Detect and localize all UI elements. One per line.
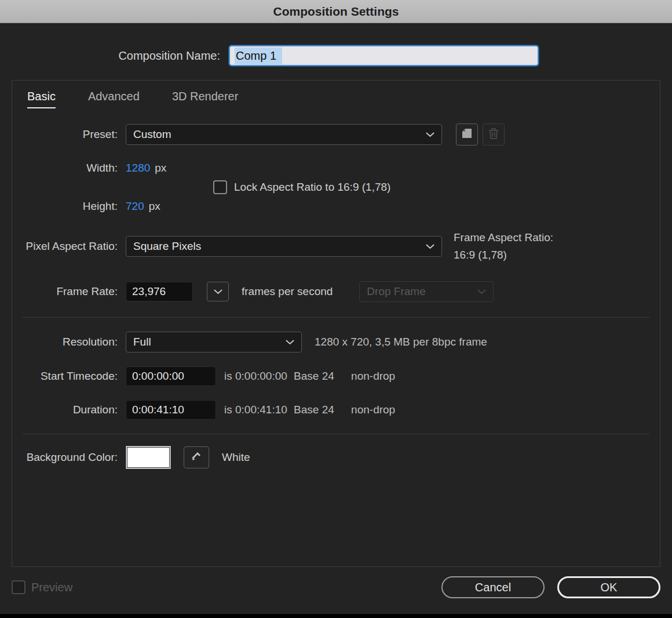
resolution-dropdown[interactable]: Full	[126, 332, 302, 352]
window-bottom-edge	[0, 614, 672, 618]
width-unit: px	[155, 162, 166, 175]
preset-dropdown[interactable]: Custom	[126, 124, 442, 145]
height-value[interactable]: 720	[126, 200, 144, 213]
resolution-info: 1280 x 720, 3,5 MB per 8bpc frame	[315, 336, 487, 348]
start-timecode-value: 0:00:00:00	[132, 370, 184, 383]
resolution-label: Resolution:	[12, 336, 126, 348]
pixel-aspect-dropdown[interactable]: Square Pixels	[126, 236, 442, 257]
frame-rate-row: Frame Rate: 23,976 frames per second Dro…	[12, 281, 660, 302]
duration-row: Duration: 0:00:41:10 is 0:00:41:10 Base …	[12, 400, 660, 420]
tab-bar: Basic Advanced 3D Renderer	[12, 81, 660, 108]
trash-icon	[488, 128, 499, 142]
preview-toggle: Preview	[12, 580, 72, 594]
composition-name-row: Composition Name: Comp 1	[0, 45, 672, 66]
composition-name-label: Composition Name:	[0, 49, 229, 63]
start-timecode-info: is 0:00:00:00 Base 24 non-drop	[224, 370, 399, 383]
duration-drop: non-drop	[351, 403, 395, 416]
start-timecode-drop: non-drop	[351, 370, 395, 382]
tab-basic[interactable]: Basic	[27, 90, 56, 108]
chevron-down-icon	[477, 289, 486, 295]
composition-name-value: Comp 1	[235, 48, 282, 64]
chevron-down-icon	[426, 132, 434, 137]
preset-value: Custom	[133, 128, 171, 141]
preset-buttons	[456, 123, 505, 146]
duration-value: 0:00:41:10	[132, 403, 184, 416]
save-preset-icon	[461, 128, 473, 142]
dialog-footer: Preview Cancel OK	[0, 576, 672, 598]
duration-info: is 0:00:41:10 Base 24 non-drop	[224, 403, 399, 416]
preset-label: Preset:	[12, 128, 126, 141]
chevron-down-icon	[214, 289, 222, 295]
resolution-row: Resolution: Full 1280 x 720, 3,5 MB per …	[12, 332, 660, 352]
duration-base: Base 24	[294, 403, 334, 416]
eyedropper-icon	[191, 450, 202, 465]
chevron-down-icon	[426, 244, 434, 249]
background-color-row: Background Color: White	[12, 446, 660, 469]
cancel-button[interactable]: Cancel	[441, 576, 545, 598]
settings-panel: Basic Advanced 3D Renderer Preset: Custo…	[12, 80, 660, 567]
drop-frame-value: Drop Frame	[367, 285, 425, 298]
pixel-aspect-row: Pixel Aspect Ratio: Square Pixels Frame …	[12, 229, 660, 264]
preview-label: Preview	[31, 581, 72, 594]
resolution-value: Full	[133, 336, 151, 348]
delete-preset-button[interactable]	[483, 123, 505, 146]
dialog-titlebar: Composition Settings	[0, 0, 672, 23]
frame-rate-preset-button[interactable]	[207, 282, 229, 301]
ok-button[interactable]: OK	[557, 576, 660, 598]
preset-row: Preset: Custom	[12, 123, 660, 146]
lock-aspect-row: Lock Aspect Ratio to 16:9 (1,78)	[12, 180, 660, 194]
width-row: Width: 1280 px	[12, 162, 660, 175]
eyedropper-button[interactable]	[184, 446, 209, 468]
start-timecode-input[interactable]: 0:00:00:00	[126, 366, 216, 386]
background-color-label: Background Color:	[12, 451, 126, 464]
height-row: Height: 720 px	[12, 200, 660, 213]
frame-aspect-info: Frame Aspect Ratio: 16:9 (1,78)	[454, 229, 553, 264]
dialog-title: Composition Settings	[273, 5, 399, 19]
lock-aspect-checkbox[interactable]	[213, 180, 227, 194]
drop-frame-dropdown: Drop Frame	[359, 281, 494, 302]
frame-rate-unit: frames per second	[242, 285, 333, 298]
duration-input[interactable]: 0:00:41:10	[126, 400, 216, 420]
duration-label: Duration:	[12, 403, 126, 416]
start-timecode-row: Start Timecode: 0:00:00:00 is 0:00:00:00…	[12, 366, 660, 386]
background-color-name: White	[222, 451, 250, 464]
pixel-aspect-value: Square Pixels	[133, 240, 201, 253]
composition-name-input[interactable]: Comp 1	[229, 45, 539, 66]
lock-aspect-label: Lock Aspect Ratio to 16:9 (1,78)	[234, 181, 390, 194]
save-preset-button[interactable]	[456, 123, 478, 146]
start-timecode-base: Base 24	[294, 370, 334, 382]
frame-rate-input[interactable]: 23,976	[126, 282, 193, 301]
frame-aspect-value: 16:9 (1,78)	[454, 246, 553, 264]
preview-checkbox[interactable]	[12, 580, 25, 594]
width-value[interactable]: 1280	[126, 162, 150, 175]
height-unit: px	[149, 200, 160, 213]
background-color-swatch[interactable]	[126, 446, 171, 469]
start-timecode-is: is 0:00:00:00	[224, 370, 287, 382]
divider	[23, 434, 649, 434]
frame-rate-value: 23,976	[132, 285, 166, 298]
frame-aspect-label: Frame Aspect Ratio:	[454, 229, 553, 246]
duration-is: is 0:00:41:10	[224, 403, 287, 416]
height-label: Height:	[12, 200, 126, 213]
chevron-down-icon	[286, 340, 294, 345]
width-label: Width:	[12, 162, 126, 175]
tab-3d-renderer[interactable]: 3D Renderer	[172, 90, 239, 108]
tab-advanced[interactable]: Advanced	[88, 90, 140, 108]
pixel-aspect-label: Pixel Aspect Ratio:	[12, 240, 126, 253]
frame-rate-label: Frame Rate:	[12, 285, 126, 298]
start-timecode-label: Start Timecode:	[12, 370, 126, 383]
divider	[23, 317, 649, 318]
